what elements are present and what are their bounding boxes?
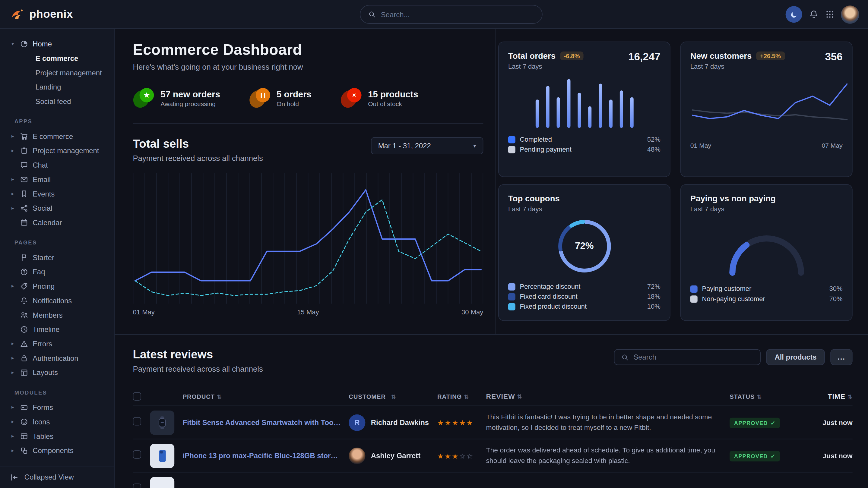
legend-item-paying-customer: Paying customer30% <box>690 284 843 294</box>
product-thumbnail[interactable] <box>150 477 174 488</box>
sidebar-item-components[interactable]: ▸Components <box>7 443 108 458</box>
sidebar-item-forms[interactable]: ▸Forms <box>7 400 108 415</box>
col-header-review[interactable]: REVIEW⇅ <box>486 392 730 401</box>
sidebar-subitem-project-management[interactable]: Project management <box>7 65 108 80</box>
col-header-status[interactable]: STATUS⇅ <box>730 393 796 400</box>
more-options-button[interactable]: ... <box>831 349 852 365</box>
sidebar-item-errors[interactable]: ▸Errors <box>7 336 108 351</box>
apps-grid-button[interactable] <box>826 10 834 19</box>
sidebar-item-label: Email <box>33 175 51 184</box>
new-customers-card: New customers +26.5% Last 7 days 356 01 … <box>680 42 852 177</box>
theme-toggle-button[interactable] <box>786 6 802 23</box>
sidebar-item-tables[interactable]: ▸Tables <box>7 429 108 444</box>
sidebar-item-label: Home <box>33 39 52 48</box>
sidebar-item-email[interactable]: ▸Email <box>7 172 108 187</box>
stat-on-hold: 5 ordersOn hold <box>249 88 312 109</box>
reviews-search[interactable] <box>614 349 761 365</box>
sort-icon: ⇅ <box>847 394 852 400</box>
warning-icon <box>20 339 28 348</box>
app-root: phoenix ▾HomeE commerceProject managemen… <box>0 0 868 488</box>
sidebar-item-timeline[interactable]: Timeline <box>7 322 108 336</box>
sidebar-subitem-e-commerce[interactable]: E commerce <box>7 51 108 65</box>
user-avatar[interactable] <box>841 5 859 24</box>
collapsed-view-toggle[interactable]: Collapsed View <box>0 466 114 488</box>
collapse-icon <box>10 473 19 481</box>
sidebar-item-members[interactable]: Members <box>7 308 108 322</box>
sidebar-item-label: Forms <box>33 403 53 412</box>
sidebar-item-pricing[interactable]: ▸Pricing <box>7 279 108 293</box>
sidebar-item-e-commerce[interactable]: ▸E commerce <box>7 129 108 143</box>
new-customers-line-chart <box>690 76 843 138</box>
card-title: Top coupons <box>508 194 560 203</box>
sidebar-item-label: Events <box>33 190 55 198</box>
product-thumbnail[interactable] <box>150 410 174 435</box>
legend-swatch <box>690 295 698 302</box>
dashboard-left-column: Ecommerce Dashboard Here's what's going … <box>115 29 496 334</box>
brand-name: phoenix <box>29 8 73 21</box>
sidebar-item-authentication[interactable]: ▸Authentication <box>7 351 108 365</box>
stat-value: 5 orders <box>277 90 312 99</box>
col-header-rating[interactable]: RATING⇅ <box>437 393 486 400</box>
sidebar-item-icons[interactable]: ▸Icons <box>7 415 108 429</box>
sidebar-item-project-management[interactable]: ▸Project management <box>7 143 108 158</box>
new-customers-value: 356 <box>825 51 842 63</box>
legend-value: 52% <box>647 136 660 143</box>
sidebar-subitem-social-feed[interactable]: Social feed <box>7 94 108 108</box>
sidebar-item-social[interactable]: ▸Social <box>7 201 108 215</box>
rating-stars: ★★★☆☆ <box>437 451 486 461</box>
sidebar-item-chat[interactable]: Chat <box>7 158 108 172</box>
global-search-input[interactable] <box>381 10 534 19</box>
sidebar-section-label-apps: APPS <box>14 119 108 125</box>
product-link[interactable]: iPhone 13 pro max-Pacific Blue-128GB sto… <box>183 452 341 460</box>
page-title: Ecommerce Dashboard <box>133 42 484 59</box>
col-header-time[interactable]: TIME⇅ <box>796 393 852 400</box>
select-all-checkbox[interactable] <box>133 392 142 400</box>
main-content: Ecommerce Dashboard Here's what's going … <box>115 29 868 488</box>
col-header-product[interactable]: PRODUCT⇅ <box>183 393 349 400</box>
caret-right-icon: ▸ <box>10 355 16 360</box>
sidebar-item-label: Layouts <box>33 368 58 377</box>
total-orders-badge: -6.8% <box>560 51 584 60</box>
row-checkbox[interactable] <box>133 484 142 488</box>
flag-icon <box>20 253 28 262</box>
product-thumbnail[interactable] <box>150 444 174 468</box>
x-tick: 01 May <box>690 142 711 149</box>
col-header-customer[interactable]: CUSTOMER⇅ <box>349 393 437 400</box>
legend-label: Non-paying customer <box>702 295 765 303</box>
status-badge: APPROVED✓ <box>730 418 780 428</box>
sidebar-item-starter[interactable]: Starter <box>7 250 108 265</box>
page-subtitle: Here's what's going on at your business … <box>133 62 484 71</box>
sidebar-item-calendar[interactable]: Calendar <box>7 215 108 230</box>
top-navbar: phoenix <box>0 0 868 29</box>
users-icon <box>20 311 28 319</box>
total-orders-value: 16,247 <box>628 51 660 63</box>
card-period: Last 7 days <box>690 205 776 213</box>
brand[interactable]: phoenix <box>10 7 73 22</box>
sidebar-item-label: Components <box>33 446 73 455</box>
review-row: Fitbit Sense Advanced Smartwatch with To… <box>133 405 852 438</box>
sidebar-item-events[interactable]: ▸Events <box>7 187 108 201</box>
sidebar-item-label: Starter <box>33 253 54 262</box>
sidebar-subitem-landing[interactable]: Landing <box>7 79 108 94</box>
row-checkbox[interactable] <box>133 450 142 459</box>
paying-vs-non-paying-card: Paying vs non paying Last 7 days Paying … <box>680 184 852 321</box>
sidebar-item-layouts[interactable]: ▸Layouts <box>7 365 108 380</box>
sidebar-item-label: Notifications <box>33 296 72 305</box>
sidebar-item-label: Calendar <box>33 218 62 227</box>
all-products-button[interactable]: All products <box>766 349 825 365</box>
product-link[interactable]: Fitbit Sense Advanced Smartwatch with To… <box>183 418 341 427</box>
sidebar-item-home[interactable]: ▾Home <box>7 36 108 51</box>
sidebar-item-notifications[interactable]: Notifications <box>7 293 108 308</box>
legend-item-completed: Completed52% <box>508 134 660 144</box>
notifications-button[interactable] <box>809 9 819 19</box>
sidebar-item-faq[interactable]: Faq <box>7 264 108 279</box>
global-search[interactable] <box>360 5 542 24</box>
legend-swatch <box>508 146 516 153</box>
date-range-select[interactable]: Mar 1 - 31, 2022 ▾ <box>371 137 484 154</box>
reviews-search-input[interactable] <box>633 353 753 361</box>
collapsed-view-label: Collapsed View <box>25 473 74 481</box>
row-checkbox[interactable] <box>133 417 142 426</box>
total-sells-x-axis: 01 May 15 May 30 May <box>133 308 484 316</box>
review-text: The order was delivered ahead of schedul… <box>486 446 730 466</box>
sidebar-item-label: Pricing <box>33 282 55 290</box>
